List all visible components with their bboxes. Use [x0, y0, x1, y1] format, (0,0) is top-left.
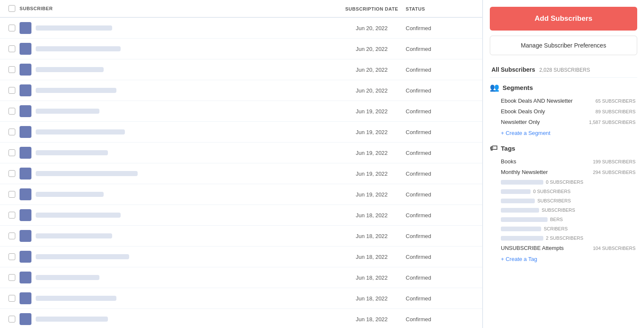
status-badge: Confirmed	[406, 295, 474, 302]
date-col-header: SUBSCRIPTION DATE	[345, 6, 398, 11]
tag-item[interactable]: SUBSCRIBERS	[490, 196, 637, 205]
tag-name-blur	[501, 180, 543, 185]
tag-name-blur	[501, 199, 535, 203]
subscriber-col-header: SUBSCRIBER	[20, 6, 53, 11]
subscriber-name-blur	[36, 150, 108, 155]
table-row[interactable]: Jun 19, 2022 Confirmed	[0, 101, 482, 122]
row-checkbox[interactable]	[8, 66, 15, 73]
segment-item[interactable]: Ebook Deals Only89 SUBSCRIBERS	[490, 106, 637, 117]
row-checkbox[interactable]	[8, 233, 15, 239]
table-row[interactable]: Jun 20, 2022 Confirmed	[0, 80, 482, 101]
tag-item[interactable]: SUBSCRIBERS	[490, 205, 637, 215]
segment-name: Ebook Deals Only	[501, 108, 545, 115]
tags-list: Books199 SUBSCRIBERSMonthly Newsletter29…	[490, 156, 637, 253]
tag-item[interactable]: 0 SUBSCRIBERS	[490, 187, 637, 196]
avatar	[20, 209, 31, 221]
table-row[interactable]: Jun 18, 2022 Confirmed	[0, 205, 482, 226]
tag-name-blur	[501, 208, 539, 213]
tag-count: BERS	[550, 217, 563, 222]
tag-item[interactable]: Monthly Newsletter294 SUBSCRIBERS	[490, 167, 637, 177]
status-badge: Confirmed	[406, 87, 474, 94]
avatar	[20, 188, 31, 200]
avatar	[20, 64, 31, 76]
tag-count: 0 SUBSCRIBERS	[546, 179, 583, 185]
table-header: SUBSCRIBER SUBSCRIPTION DATE STATUS	[0, 0, 482, 18]
table-row[interactable]: Jun 20, 2022 Confirmed	[0, 59, 482, 80]
table-row[interactable]: Jun 18, 2022 Confirmed	[0, 247, 482, 267]
table-row[interactable]: Jun 19, 2022 Confirmed	[0, 184, 482, 205]
table-row[interactable]: Jun 19, 2022 Confirmed	[0, 122, 482, 143]
subscriber-name-blur	[36, 317, 108, 322]
subscriber-name-blur	[36, 129, 125, 135]
tag-item[interactable]: BERS	[490, 215, 637, 224]
tag-item[interactable]: Books199 SUBSCRIBERS	[490, 156, 637, 167]
segment-item[interactable]: Newsletter Only1,587 SUBSCRIBERS	[490, 117, 637, 127]
table-row[interactable]: Jun 19, 2022 Confirmed	[0, 143, 482, 163]
row-checkbox[interactable]	[8, 129, 15, 135]
all-subscribers-label: All Subscribers	[491, 66, 535, 73]
status-badge: Confirmed	[406, 275, 474, 281]
avatar	[20, 147, 31, 159]
row-checkbox[interactable]	[8, 170, 15, 177]
subscriber-name-blur	[36, 67, 104, 72]
avatar	[20, 43, 31, 55]
row-checkbox[interactable]	[8, 149, 15, 156]
table-row[interactable]: Jun 18, 2022 Confirmed	[0, 288, 482, 309]
tag-count: SUBSCRIBERS	[537, 198, 571, 203]
row-checkbox[interactable]	[8, 253, 15, 260]
avatar	[20, 22, 31, 34]
tag-item[interactable]: 2 SUBSCRIBERS	[490, 233, 637, 243]
table-row[interactable]: Jun 20, 2022 Confirmed	[0, 18, 482, 39]
create-tag-link[interactable]: + Create a Tag	[490, 253, 637, 265]
tag-count: SCRIBERS	[544, 226, 568, 231]
status-col-header: STATUS	[406, 6, 425, 11]
create-segment-link[interactable]: + Create a Segment	[490, 127, 637, 139]
tag-item[interactable]: UNSUBSCRIBE Attempts104 SUBSCRIBERS	[490, 243, 637, 253]
subscriber-name-blur	[36, 25, 112, 31]
segments-icon: 👥	[490, 83, 499, 92]
subscription-date: Jun 19, 2022	[338, 171, 406, 177]
tag-item[interactable]: 0 SUBSCRIBERS	[490, 177, 637, 187]
tag-count: 294 SUBSCRIBERS	[593, 170, 636, 175]
tag-name-blur	[501, 227, 541, 231]
tag-item[interactable]: SCRIBERS	[490, 224, 637, 233]
row-checkbox[interactable]	[8, 108, 15, 115]
segment-count: 89 SUBSCRIBERS	[596, 109, 636, 114]
add-subscribers-button[interactable]: Add Subscribers	[490, 7, 637, 31]
subscriber-name-blur	[36, 296, 116, 301]
table-row[interactable]: Jun 19, 2022 Confirmed	[0, 163, 482, 184]
all-subscribers-row[interactable]: All Subscribers 2,028 SUBSCRIBERS	[490, 62, 637, 78]
subscription-date: Jun 18, 2022	[338, 212, 406, 219]
tag-count: 199 SUBSCRIBERS	[593, 159, 636, 164]
subscriber-name-blur	[36, 171, 138, 176]
row-checkbox[interactable]	[8, 212, 15, 219]
subscriber-name-blur	[36, 213, 121, 218]
table-row[interactable]: Jun 18, 2022 Confirmed	[0, 309, 482, 328]
tag-count: 0 SUBSCRIBERS	[533, 189, 571, 194]
row-checkbox[interactable]	[8, 316, 15, 322]
sidebar: Add Subscribers Manage Subscriber Prefer…	[483, 0, 644, 328]
row-checkbox[interactable]	[8, 274, 15, 281]
subscriber-name-blur	[36, 88, 116, 93]
row-checkbox[interactable]	[8, 295, 15, 302]
subscriber-name-blur	[36, 275, 99, 280]
table-row[interactable]: Jun 20, 2022 Confirmed	[0, 39, 482, 59]
segment-item[interactable]: Ebook Deals AND Newsletter65 SUBSCRIBERS	[490, 95, 637, 106]
segment-count: 1,587 SUBSCRIBERS	[589, 120, 636, 125]
avatar	[20, 105, 31, 117]
table-row[interactable]: Jun 18, 2022 Confirmed	[0, 226, 482, 247]
subscription-date: Jun 19, 2022	[338, 108, 406, 115]
select-all-checkbox[interactable]	[8, 5, 15, 12]
row-checkbox[interactable]	[8, 87, 15, 94]
avatar	[20, 168, 31, 179]
row-checkbox[interactable]	[8, 45, 15, 52]
status-badge: Confirmed	[406, 25, 474, 31]
subscriber-table-container: SUBSCRIBER SUBSCRIPTION DATE STATUS Jun …	[0, 0, 483, 328]
manage-prefs-button[interactable]: Manage Subscriber Preferences	[490, 36, 637, 55]
row-checkbox[interactable]	[8, 191, 15, 198]
status-badge: Confirmed	[406, 150, 474, 156]
table-row[interactable]: Jun 18, 2022 Confirmed	[0, 267, 482, 288]
tag-count: SUBSCRIBERS	[542, 207, 575, 213]
status-badge: Confirmed	[406, 212, 474, 219]
row-checkbox[interactable]	[8, 25, 15, 31]
